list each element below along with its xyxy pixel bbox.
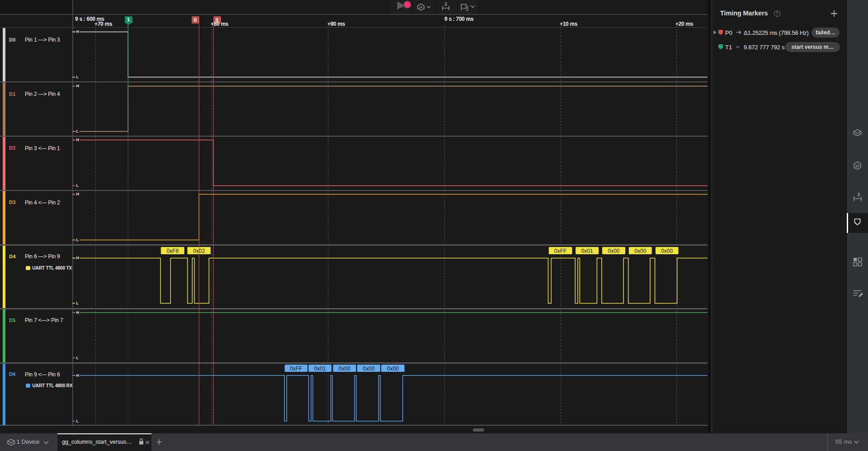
svg-text:0xFF: 0xFF: [554, 248, 566, 254]
svg-text:1F: 1F: [419, 5, 423, 9]
svg-text:0x00: 0x00: [387, 366, 399, 372]
svg-text:0x00: 0x00: [363, 366, 375, 372]
svg-text:0x01: 0x01: [581, 248, 593, 254]
svg-text:3: 3: [444, 1, 447, 7]
svg-text:0x00: 0x00: [339, 366, 350, 372]
svg-text:0x01: 0x01: [314, 366, 326, 372]
svg-text:0x00: 0x00: [661, 248, 673, 254]
svg-text:3: 3: [857, 192, 860, 197]
svg-text:0x00: 0x00: [608, 248, 619, 254]
svg-text:0xF8: 0xF8: [166, 248, 179, 254]
svg-text:0xFF: 0xFF: [290, 366, 302, 372]
svg-text:1F: 1F: [855, 164, 860, 168]
svg-text:0x00: 0x00: [634, 248, 646, 254]
